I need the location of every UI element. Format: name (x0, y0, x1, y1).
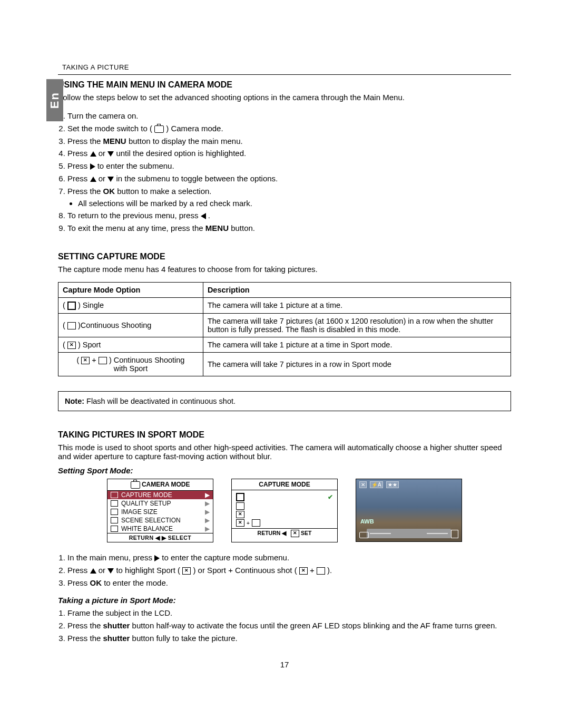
step: Press the OK button to make a selection.… (67, 186, 511, 209)
menu-icon (111, 509, 118, 515)
section-title-capture-mode: SETTING CAPTURE MODE (58, 252, 511, 261)
battery-icon (359, 532, 369, 538)
table-header: Capture Mode Option (58, 282, 203, 297)
shutter-label: shutter (103, 634, 130, 643)
down-arrow-icon (107, 568, 114, 574)
capture-desc: The camera will take 1 picture at a time… (203, 337, 511, 352)
step-text: ) Camera mode. (166, 124, 223, 133)
memory-icon (451, 530, 458, 538)
step-text: button to display the main menu. (129, 137, 243, 145)
option-continuous[interactable] (236, 502, 333, 510)
sport-icon: ✕ (236, 511, 244, 518)
continuous-shot-icon (67, 322, 76, 329)
menu-item-scene-selection[interactable]: SCENE SELECTION▶ (107, 516, 213, 525)
menu-item-image-size[interactable]: IMAGE SIZE▶ (107, 508, 213, 516)
capture-desc: The camera will take 1 picture at a time… (203, 297, 511, 313)
step: Press the shutter button half-way to act… (67, 620, 511, 632)
table-row: ( ✕ + ) Continuous Shootingwith Sport Th… (58, 353, 511, 376)
step-text: button. (231, 224, 255, 232)
step: To exit the menu at any time, press the … (67, 222, 511, 234)
capture-option-single: ( ) Single (58, 297, 203, 313)
awb-indicator: AWB (360, 518, 374, 525)
section1-intro: Follow the steps below to set the advanc… (58, 93, 511, 102)
step-text: or (99, 174, 108, 183)
ok-label: OK (103, 187, 115, 196)
sport-icon: ✕ (67, 342, 76, 349)
section2-intro: The capture mode menu has 4 features to … (58, 265, 511, 274)
header-rule (58, 74, 511, 75)
camera-icon (131, 481, 140, 489)
menu-item-label: SCENE SELECTION (121, 517, 181, 524)
chevron-right-icon: ▶ (205, 500, 210, 507)
lcd2-title: CAPTURE MODE (259, 481, 310, 488)
right-arrow-icon (154, 555, 160, 561)
main-menu-steps: Turn the camera on. Set the mode switch … (67, 110, 511, 234)
step-text: ). (327, 566, 332, 575)
up-arrow-icon (90, 151, 96, 157)
lcd-sport-preview: ✕ ⚡A ★★ AWB (356, 479, 462, 542)
step: In the main menu, press to enter the cap… (67, 552, 511, 564)
menu-icon (111, 492, 118, 498)
up-arrow-icon (90, 177, 96, 182)
sport-icon: ✕ (299, 567, 308, 575)
step-text: Press the (67, 634, 103, 643)
step: Press or until the desired option is hig… (67, 148, 511, 159)
step: Press to enter the submenu. (67, 160, 511, 172)
menu-icon (111, 517, 118, 523)
step-text: Press (67, 161, 90, 170)
sport-mode-badge: ✕ (359, 481, 367, 488)
table-row: ( ✕ ) Sport The camera will take 1 pictu… (58, 337, 511, 352)
set-icon: ✕ (291, 530, 299, 537)
step-text: button half-way to activate the focus un… (132, 621, 497, 630)
step: Press the shutter button fully to take t… (67, 633, 511, 644)
lcd-screenshots-row: CAMERA MODE CAPTURE MODE▶ QUALITY SETUP▶… (58, 479, 511, 542)
step-text: to highlight Sport ( (116, 566, 182, 575)
menu-item-capture-mode[interactable]: CAPTURE MODE▶ (107, 491, 213, 499)
menu-item-label: WHITE BALANCE (121, 525, 173, 532)
capture-desc: The camera will take 7 pictures in a row… (203, 353, 511, 376)
camera-icon (154, 125, 164, 133)
table-header: Description (203, 282, 511, 297)
quality-badge: ★★ (386, 481, 399, 488)
step-text: or (99, 149, 108, 158)
note-box: Note: Flash will be deactivated in conti… (58, 391, 511, 411)
step-text: Press (67, 174, 90, 183)
preview-scene (367, 529, 451, 538)
subheading-setting-sport: Setting Sport Mode: (58, 466, 133, 475)
option-single[interactable]: ✔ (236, 492, 333, 502)
shutter-label: shutter (103, 621, 130, 630)
step-text: Set the mode switch to ( (67, 124, 154, 133)
down-arrow-icon (107, 151, 114, 157)
step-text: Press the (67, 187, 103, 196)
menu-item-quality-setup[interactable]: QUALITY SETUP▶ (107, 499, 213, 508)
step-text: to enter the submenu. (97, 161, 174, 170)
breadcrumb: TAKING A PICTURE (62, 63, 511, 71)
lcd2-footer: RETURN ◀ ✕ SET (232, 528, 337, 538)
note-text: Flash will be deactivated in continuous … (84, 397, 236, 405)
option-sport[interactable]: ✕ (236, 510, 333, 519)
chevron-right-icon: ▶ (205, 517, 210, 524)
step-bullet: All selections will be marked by a red c… (78, 198, 511, 209)
step-text: Press the (67, 621, 103, 630)
sport-icon: ✕ (236, 519, 244, 527)
checkmark-icon: ✔ (328, 493, 333, 501)
note-label: Note: (65, 397, 84, 405)
step-text: button to make a selection. (117, 187, 211, 196)
capture-option-continuous: ( )Continuous Shooting (58, 313, 203, 337)
lcd2-header: CAPTURE MODE (232, 479, 337, 490)
step-text: . (208, 211, 210, 220)
left-arrow-icon (201, 213, 206, 219)
menu-item-white-balance[interactable]: WHITE BALANCE▶ (107, 525, 213, 533)
step-text: Press (67, 566, 90, 575)
menu-icon (111, 500, 118, 507)
single-shot-icon (67, 302, 76, 310)
step-text: or (99, 566, 108, 575)
step-text: ) or Sport + Continuous shot ( (193, 566, 299, 575)
step-text: In the main menu, press (67, 553, 154, 562)
step-text: Press (67, 149, 90, 158)
option-sport-continuous[interactable]: ✕+ (236, 519, 333, 527)
capture-option-sport-continuous: ( ✕ + ) Continuous Shootingwith Sport (58, 353, 203, 376)
table-row: ( ) Single The camera will take 1 pictur… (58, 297, 511, 313)
step-text: + (310, 566, 317, 575)
lcd1-footer: RETURN ◀ ▶ SELECT (107, 533, 213, 542)
